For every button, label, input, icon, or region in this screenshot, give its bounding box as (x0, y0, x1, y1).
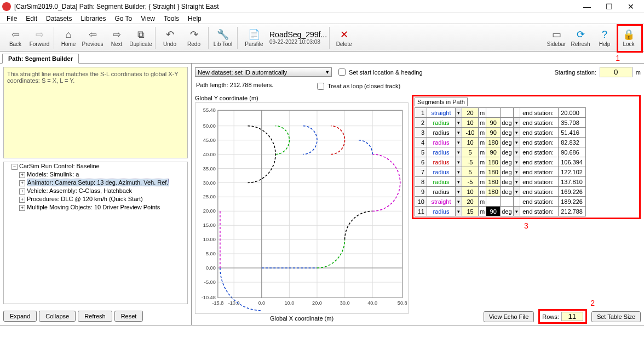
path-length-label: Path length: 212.788 meters. (196, 82, 273, 88)
help-button[interactable]: ?Help (593, 25, 616, 50)
menu-go-to[interactable]: Go To (110, 14, 136, 24)
window-title: [CarSim2019.0_Data] Path: Segment Builde… (14, 3, 219, 10)
table-row[interactable]: 9radius▾10m180deg▾end station:169.226 (415, 187, 586, 197)
tree-item[interactable]: +Procedures: DLC @ 120 km/h (Quick Start… (19, 195, 187, 203)
menubar: FileEditDatasetsLibrariesGo ToViewToolsH… (0, 13, 644, 24)
plot-svg: -15.8-10.00.010.020.030.040.050.8-10.48-… (196, 103, 408, 313)
subtab-segment-builder[interactable]: Path: Segment Builder (2, 54, 79, 64)
menu-libraries[interactable]: Libraries (76, 14, 110, 24)
table-row[interactable]: 6radius▾-5m180deg▾end station:106.394 (415, 157, 586, 167)
tree-view[interactable]: −CarSim Run Control: Baseline+Models: Si… (3, 162, 188, 304)
previous-button[interactable]: ⇦Previous (81, 25, 104, 50)
parsfile-info: RoadSeg_299f... 09-22-2022 10:03:08 (269, 30, 327, 45)
set-table-size-button[interactable]: Set Table Size (591, 311, 641, 322)
table-row[interactable]: 10straight▾20mend station:189.226 (415, 197, 586, 207)
tree-item[interactable]: +Multiple Moving Objects: 10 Driver Prev… (19, 203, 187, 212)
forward-button[interactable]: ⇨Forward (28, 25, 51, 50)
close-button[interactable]: ✕ (620, 1, 642, 13)
duplicate-button[interactable]: ⧉Duplicate (129, 25, 152, 50)
menu-file[interactable]: File (2, 14, 21, 24)
redo-button[interactable]: ↷Redo (182, 25, 205, 50)
subtab-row: Path: Segment Builder (0, 52, 644, 64)
svg-text:15.00: 15.00 (203, 222, 216, 228)
svg-text:0.0: 0.0 (258, 300, 265, 306)
maximize-button[interactable]: ☐ (598, 1, 620, 13)
segments-table[interactable]: 1straight▾20mend station:20.0002radius▾1… (415, 107, 586, 216)
svg-text:20.0: 20.0 (312, 300, 322, 306)
svg-text:45.00: 45.00 (203, 138, 216, 143)
collapse-button[interactable]: Collapse (39, 311, 76, 322)
undo-button[interactable]: ↶Undo (158, 25, 181, 50)
checkbox-loop-input[interactable] (317, 83, 324, 90)
menu-edit[interactable]: Edit (21, 14, 42, 24)
svg-text:-10.48: -10.48 (202, 295, 216, 300)
parsfile-date: 09-22-2022 10:03:08 (269, 39, 327, 45)
svg-text:25.00: 25.00 (203, 194, 216, 199)
menu-view[interactable]: View (136, 14, 159, 24)
menu-help[interactable]: Help (183, 14, 206, 24)
tree-item[interactable]: +Vehicle: Assembly: C-Class, Hatchback (19, 187, 187, 195)
svg-text:35.00: 35.00 (203, 166, 216, 172)
tree-item[interactable]: +Models: Simulink: a (19, 170, 187, 179)
svg-text:50.00: 50.00 (203, 123, 216, 129)
svg-text:30.00: 30.00 (203, 180, 216, 186)
table-row[interactable]: 5radius▾5m90deg▾end station:90.686 (415, 147, 586, 157)
svg-text:10.00: 10.00 (203, 237, 216, 242)
dataset-select[interactable]: New dataset; set ID automatically ▾ (195, 67, 332, 77)
minimize-button[interactable]: — (576, 1, 598, 13)
tree-root-item[interactable]: −CarSim Run Control: Baseline (12, 162, 187, 170)
rows-input[interactable] (561, 312, 583, 321)
annotation-box-2: Rows: (538, 309, 587, 324)
sidebar-button[interactable]: ▭Sidebar (545, 25, 568, 50)
back-button[interactable]: ⇦Back (4, 25, 27, 50)
right-bottom-bar: View Echo File Rows: Set Table Size (484, 309, 641, 324)
home-button[interactable]: ⌂Home (57, 25, 80, 50)
rows-label: Rows: (542, 313, 559, 320)
svg-rect-46 (218, 110, 403, 298)
titlebar: [CarSim2019.0_Data] Path: Segment Builde… (0, 0, 644, 13)
parsfile-name: RoadSeg_299f... (269, 30, 327, 39)
annotation-box-3: Segments in Path 1straight▾20mend statio… (412, 95, 641, 219)
svg-text:55.48: 55.48 (203, 107, 216, 113)
svg-text:-5.00: -5.00 (204, 279, 216, 285)
checkbox-loop[interactable]: Treat as loop (closed track) (317, 83, 400, 90)
reset-button[interactable]: Reset (114, 311, 143, 322)
expand-button[interactable]: Expand (3, 311, 37, 322)
svg-text:10.0: 10.0 (284, 300, 294, 306)
next-button[interactable]: ⇨Next (105, 25, 128, 50)
menu-datasets[interactable]: Datasets (42, 14, 76, 24)
footer (0, 325, 644, 337)
annotation-label-1: 1 (616, 54, 620, 62)
libtool-button[interactable]: 🔧Lib Tool (211, 25, 234, 50)
table-row[interactable]: 3radius▾-10m90deg▾end station:51.416 (415, 128, 586, 138)
chevron-down-icon: ▾ (326, 68, 329, 76)
table-row[interactable]: 11radius▾15m90deg▾end station:212.788 (415, 207, 586, 216)
plot-box[interactable]: -15.8-10.00.010.020.030.040.050.8-10.48-… (195, 102, 409, 314)
table-row[interactable]: 1straight▾20mend station:20.000 (415, 108, 586, 118)
dataset-select-label: New dataset; set ID automatically (198, 69, 287, 76)
annotation-box-1 (617, 24, 643, 53)
refresh-button[interactable]: Refresh (78, 311, 112, 322)
parsfile-button[interactable]: 📄Parsfile (243, 25, 266, 50)
table-row[interactable]: 4radius▾10m180deg▾end station:82.832 (415, 138, 586, 147)
tree-item[interactable]: +Animator: Camera Setup: 13 deg. Azimuth… (19, 179, 187, 187)
refresh-button[interactable]: ⟳Refresh (569, 25, 592, 50)
table-row[interactable]: 2radius▾10m90deg▾end station:35.708 (415, 118, 586, 128)
svg-text:5.00: 5.00 (206, 251, 216, 256)
menu-tools[interactable]: Tools (159, 14, 183, 24)
starting-station-input[interactable] (600, 67, 633, 77)
svg-text:0.00: 0.00 (206, 265, 216, 271)
segments-area: Segments in Path 1straight▾20mend statio… (412, 95, 641, 322)
view-echo-button[interactable]: View Echo File (484, 311, 534, 322)
svg-text:50.8: 50.8 (398, 300, 407, 306)
table-row[interactable]: 7radius▾5m180deg▾end station:122.102 (415, 167, 586, 177)
delete-button[interactable]: ✕Delete (332, 25, 355, 50)
toolbar: ⇦Back ⇨Forward ⌂Home ⇦Previous ⇨Next ⧉Du… (0, 24, 644, 52)
right-pane: New dataset; set ID automatically ▾ Set … (192, 64, 644, 325)
table-row[interactable]: 8radius▾-5m180deg▾end station:137.810 (415, 177, 586, 187)
checkbox-start-location[interactable]: Set start location & heading (338, 68, 423, 76)
annotation-label-3: 3 (412, 221, 641, 230)
left-pane: This straight line east matches the S-L … (0, 64, 192, 325)
checkbox-start-location-input[interactable] (338, 68, 346, 76)
svg-text:40.0: 40.0 (367, 300, 377, 306)
